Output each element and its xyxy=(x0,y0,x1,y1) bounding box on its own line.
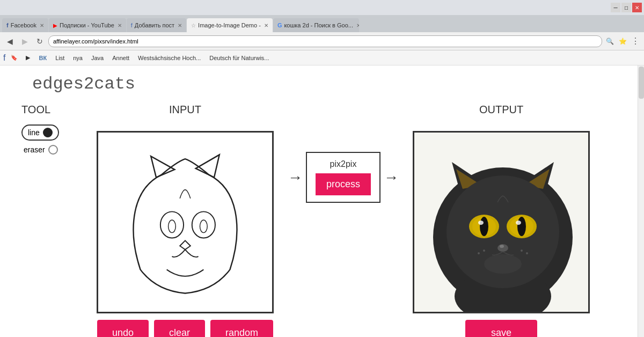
svg-point-14 xyxy=(480,217,488,236)
line-tool[interactable]: line xyxy=(21,124,59,141)
browser-toolbar: ◀ ▶ ↻ 🔍 ⭐ ⋮ xyxy=(0,32,644,50)
output-arrow: → xyxy=(384,169,399,186)
output-section-label: OUTPUT xyxy=(479,104,523,116)
svg-point-2 xyxy=(192,211,215,238)
tab-google-close[interactable]: ✕ xyxy=(356,23,359,28)
svg-point-22 xyxy=(483,250,485,252)
tool-section: TOOL line eraser xyxy=(21,104,86,159)
tab-youtube-close[interactable]: ✕ xyxy=(118,23,122,28)
line-tool-dot xyxy=(43,128,53,137)
title-bar: ─ □ ✕ xyxy=(0,0,644,15)
tab-bar: f Facebook ✕ ▶ Подписки - YouTube ✕ f До… xyxy=(0,15,644,32)
youtube-favicon: ▶ xyxy=(53,23,57,28)
drawing-canvas[interactable] xyxy=(97,131,274,313)
tab-demo-label: Image-to-Image Demo - xyxy=(198,22,261,28)
pix2pix-label: pix2pix xyxy=(316,159,371,169)
window-controls: ─ □ ✕ xyxy=(611,3,642,12)
main-layout: TOOL line eraser INPUT xyxy=(0,98,644,337)
input-section-label: INPUT xyxy=(169,104,201,116)
eraser-tool-label: eraser xyxy=(24,145,45,154)
input-buttons: undo clear random xyxy=(97,320,273,337)
scrollbar-thumb[interactable] xyxy=(639,67,644,99)
bm-annett[interactable]: Annett xyxy=(109,54,133,62)
browser-chrome: ─ □ ✕ f Facebook ✕ ▶ Подписки - YouTube … xyxy=(0,0,644,65)
eraser-tool-dot xyxy=(48,145,58,155)
address-bar[interactable] xyxy=(48,35,602,47)
facebook-favicon: f xyxy=(6,22,9,28)
tab-facebook[interactable]: f Facebook ✕ xyxy=(2,18,48,32)
tab-demo-close[interactable]: ✕ xyxy=(264,23,268,28)
bm-vk[interactable]: ВК xyxy=(35,54,50,62)
tab-addpost-close[interactable]: ✕ xyxy=(178,23,182,28)
svg-point-19 xyxy=(516,221,521,225)
input-arrow: → xyxy=(288,169,303,186)
menu-icon[interactable]: ⋮ xyxy=(630,36,641,47)
svg-point-0 xyxy=(160,211,184,238)
tool-section-label: TOOL xyxy=(21,104,50,116)
clear-button[interactable]: clear xyxy=(154,320,205,337)
cat-sketch-svg xyxy=(98,133,272,312)
random-button[interactable]: random xyxy=(210,320,273,337)
bm-java[interactable]: Java xyxy=(88,54,107,62)
bm-nya[interactable]: nya xyxy=(70,54,86,62)
page-content: edges2cats TOOL line eraser INPUT xyxy=(0,65,644,337)
svg-point-24 xyxy=(521,250,523,252)
tab-google-label: кошка 2d - Поиск в Goo... xyxy=(284,22,353,28)
eraser-tool[interactable]: eraser xyxy=(21,145,58,155)
tab-youtube[interactable]: ▶ Подписки - YouTube ✕ xyxy=(49,18,126,32)
svg-point-25 xyxy=(526,252,528,254)
tab-facebook-close[interactable]: ✕ xyxy=(40,23,44,28)
tab-youtube-label: Подписки - YouTube xyxy=(60,22,114,28)
svg-point-23 xyxy=(478,252,480,254)
input-section: INPUT xyxy=(97,104,274,337)
reload-button[interactable]: ↻ xyxy=(33,35,46,48)
svg-point-15 xyxy=(478,221,484,225)
maximize-button[interactable]: □ xyxy=(621,3,631,12)
star-icon[interactable]: ⭐ xyxy=(617,36,628,47)
bm-fb[interactable]: 🔖 xyxy=(8,54,20,62)
app-title: edges2cats xyxy=(0,65,644,98)
tab-addpost-label: Добавить пост xyxy=(135,22,174,28)
save-button[interactable]: save xyxy=(465,320,537,337)
svg-point-18 xyxy=(517,217,526,236)
svg-point-3 xyxy=(200,220,207,233)
process-button[interactable]: process xyxy=(316,173,371,195)
google-favicon: G xyxy=(277,22,282,28)
tab-google[interactable]: G кошка 2d - Поиск в Goo... ✕ xyxy=(273,18,359,32)
process-flow: → pix2pix process → xyxy=(284,104,402,203)
bm-list[interactable]: List xyxy=(52,54,68,62)
bookmarks-bar: f 🔖 ▶ ВК List nya Java Annett Westsächsi… xyxy=(0,50,644,65)
scrollbar[interactable] xyxy=(638,65,644,337)
svg-point-21 xyxy=(500,245,504,248)
tab-addpost[interactable]: f Добавить пост ✕ xyxy=(127,18,186,32)
cat-photo-svg xyxy=(414,133,590,313)
minimize-button[interactable]: ─ xyxy=(611,3,620,12)
svg-point-26 xyxy=(484,254,522,274)
demo-favicon: ☆ xyxy=(191,23,196,28)
tab-demo[interactable]: ☆ Image-to-Image Demo - ✕ xyxy=(187,18,273,32)
output-canvas xyxy=(413,131,590,313)
bm-deutsch[interactable]: Deutsch für Naturwis... xyxy=(206,54,272,62)
search-icon[interactable]: 🔍 xyxy=(604,36,615,47)
line-tool-label: line xyxy=(28,128,40,137)
svg-point-1 xyxy=(169,220,176,233)
output-buttons: save xyxy=(465,320,537,337)
forward-button[interactable]: ▶ xyxy=(18,35,31,48)
close-button[interactable]: ✕ xyxy=(632,3,642,12)
pix2pix-box: pix2pix process xyxy=(306,152,380,203)
bm-westsachs[interactable]: Westsächsische Hoch... xyxy=(135,54,204,62)
bm-yt[interactable]: ▶ xyxy=(23,53,33,62)
back-button[interactable]: ◀ xyxy=(3,35,16,48)
addpost-favicon: f xyxy=(131,22,133,28)
tab-facebook-label: Facebook xyxy=(11,22,36,28)
output-section: OUTPUT xyxy=(413,104,590,337)
facebook-bm-icon: f xyxy=(3,53,5,63)
toolbar-icons: 🔍 ⭐ ⋮ xyxy=(604,36,641,47)
undo-button[interactable]: undo xyxy=(97,320,149,337)
